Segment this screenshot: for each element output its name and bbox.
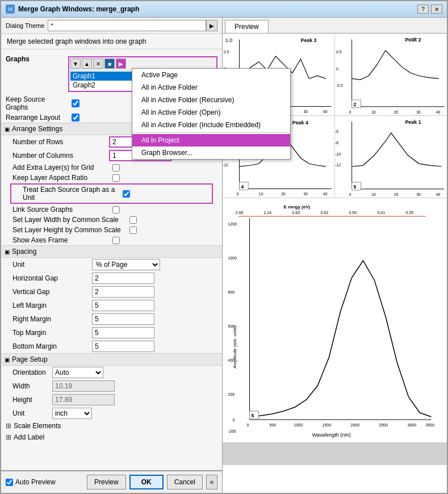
svg-text:30: 30 bbox=[303, 110, 308, 114]
dialog-theme-bar: Dialog Theme ▶ bbox=[1, 18, 222, 34]
spacing-header[interactable]: ▣ Spacing bbox=[1, 245, 222, 258]
svg-text:40: 40 bbox=[323, 110, 328, 114]
spacing-unit-label: Unit bbox=[12, 261, 92, 269]
add-extra-row: Add Extra Layer(s) for Grid bbox=[1, 162, 222, 173]
top-margin-input[interactable] bbox=[92, 327, 154, 338]
add-extra-checkbox[interactable] bbox=[112, 164, 120, 171]
ok-button[interactable]: OK bbox=[129, 475, 164, 489]
keep-source-graphs-label: Keep Source Graphs bbox=[6, 95, 68, 111]
set-width-row: Set Layer Width by Common Scale bbox=[1, 215, 222, 225]
svg-text:1.24: 1.24 bbox=[264, 211, 272, 215]
graphs-toolbar-color[interactable]: ■ bbox=[104, 58, 115, 69]
orientation-select[interactable]: Auto Portrait Landscape bbox=[52, 367, 103, 378]
right-margin-input[interactable] bbox=[92, 313, 154, 325]
width-label: Width bbox=[12, 382, 52, 390]
show-axes-checkbox[interactable] bbox=[112, 237, 120, 244]
width-input[interactable] bbox=[52, 380, 115, 392]
top-margin-label: Top Margin bbox=[12, 329, 92, 337]
dropdown-item-active-page[interactable]: Active Page bbox=[132, 69, 290, 81]
svg-text:1000: 1000 bbox=[294, 423, 303, 427]
keep-source-graphs-checkbox[interactable] bbox=[72, 99, 79, 107]
window-title: Merge Graph Windows: merge_graph bbox=[18, 5, 139, 13]
height-input[interactable] bbox=[52, 394, 115, 405]
bottom-margin-input[interactable] bbox=[92, 341, 154, 352]
dropdown-item-all-embedded[interactable]: All in Active Folder (Include Embedded) bbox=[132, 119, 290, 131]
dropdown-item-all-open[interactable]: All in Active Folder (Open) bbox=[132, 106, 290, 119]
collapse-button[interactable]: « bbox=[206, 475, 217, 489]
title-bar-controls: ? ✕ bbox=[417, 5, 442, 14]
dropdown-item-all-active-folder[interactable]: All in Active Folder bbox=[132, 81, 290, 94]
page-unit-select[interactable]: inch cm bbox=[52, 408, 92, 419]
scale-elements-label: Scale Elements bbox=[14, 422, 61, 430]
cancel-button[interactable]: Cancel bbox=[167, 475, 203, 489]
auto-preview-checkbox[interactable] bbox=[6, 479, 13, 486]
left-margin-input[interactable] bbox=[92, 300, 154, 311]
dialog-theme-arrow[interactable]: ▶ bbox=[206, 20, 217, 31]
svg-text:2000: 2000 bbox=[351, 423, 360, 427]
vert-gap-input[interactable] bbox=[92, 286, 154, 298]
preview-button[interactable]: Preview bbox=[87, 475, 126, 489]
spacing-expand-icon: ▣ bbox=[5, 249, 10, 255]
svg-text:1200: 1200 bbox=[228, 222, 237, 226]
height-label: Height bbox=[12, 396, 52, 404]
graphs-toolbar-down[interactable]: ▼ bbox=[70, 58, 81, 69]
add-label-row[interactable]: ⊞ Add Label bbox=[1, 432, 222, 443]
close-button[interactable]: ✕ bbox=[431, 5, 442, 14]
svg-text:1500: 1500 bbox=[323, 423, 332, 427]
page-unit-row: Unit inch cm bbox=[1, 407, 222, 420]
title-bar: M Merge Graph Windows: merge_graph ? ✕ bbox=[1, 1, 447, 18]
big-chart: E nergy (eV) 2.48 1.24 0.83 0.62 0.50 0.… bbox=[223, 198, 447, 442]
svg-text:1000: 1000 bbox=[228, 256, 237, 260]
svg-text:Amplitude (arb. units): Amplitude (arb. units) bbox=[232, 325, 237, 369]
link-source-checkbox[interactable] bbox=[112, 206, 120, 213]
svg-text:5: 5 bbox=[252, 413, 254, 418]
keep-aspect-checkbox[interactable] bbox=[112, 174, 120, 182]
svg-text:40: 40 bbox=[436, 192, 440, 196]
svg-text:——: —— bbox=[411, 36, 418, 40]
svg-text:Peak 4: Peak 4 bbox=[292, 120, 308, 125]
show-axes-label: Show Axes Frame bbox=[12, 236, 109, 244]
width-row: Width bbox=[1, 379, 222, 393]
scale-elements-icon: ⊞ bbox=[6, 422, 11, 430]
svg-text:0: 0 bbox=[349, 110, 351, 114]
show-axes-row: Show Axes Frame bbox=[1, 235, 222, 245]
svg-text:0: 0 bbox=[233, 418, 235, 422]
spacing-unit-select[interactable]: % of Page inch cm bbox=[92, 259, 160, 270]
svg-text:2: 2 bbox=[353, 102, 356, 107]
dropdown-item-all-project[interactable]: All in Project bbox=[132, 134, 290, 146]
svg-text:10: 10 bbox=[371, 192, 376, 196]
rearrange-layout-checkbox[interactable] bbox=[72, 114, 79, 122]
svg-text:0.35: 0.35 bbox=[406, 211, 414, 215]
svg-text:E nergy (eV): E nergy (eV) bbox=[284, 204, 311, 210]
help-button[interactable]: ? bbox=[417, 5, 429, 14]
bottom-margin-label: Bottom Margin bbox=[12, 342, 92, 350]
svg-text:3000: 3000 bbox=[408, 423, 417, 427]
svg-text:0.5: 0.5 bbox=[224, 50, 229, 54]
page-setup-header[interactable]: ▣ Page Setup bbox=[1, 353, 222, 366]
treat-each-checkbox[interactable] bbox=[123, 190, 130, 198]
preview-tab-bar: Preview bbox=[223, 18, 447, 34]
set-width-checkbox[interactable] bbox=[129, 216, 137, 224]
set-width-label: Set Layer Width by Common Scale bbox=[12, 216, 126, 224]
bottom-margin-row: Bottom Margin bbox=[1, 340, 222, 353]
graphs-toolbar-up[interactable]: ▲ bbox=[82, 58, 92, 69]
svg-text:30: 30 bbox=[416, 110, 421, 114]
add-extra-label: Add Extra Layer(s) for Grid bbox=[12, 164, 109, 171]
add-label-label: Add Label bbox=[14, 433, 44, 441]
link-source-row: Link Source Graphs bbox=[1, 204, 222, 215]
dropdown-item-graph-browser[interactable]: Graph Browser... bbox=[132, 146, 290, 159]
dialog-theme-input[interactable] bbox=[48, 20, 206, 31]
treat-each-row: Treat Each Source Graph as a Unit bbox=[10, 183, 213, 204]
dropdown-item-all-recursive[interactable]: All in Active Folder (Recursive) bbox=[132, 94, 290, 106]
set-height-checkbox[interactable] bbox=[129, 227, 137, 234]
preview-tab[interactable]: Preview bbox=[225, 20, 269, 33]
horiz-gap-input[interactable] bbox=[92, 273, 154, 284]
scale-elements-row[interactable]: ⊞ Scale Elements bbox=[1, 420, 222, 432]
svg-text:Peak 3: Peak 3 bbox=[301, 37, 317, 43]
svg-text:-12: -12 bbox=[335, 163, 341, 167]
graphs-toolbar-play[interactable]: ▶ bbox=[116, 58, 126, 69]
svg-text:30: 30 bbox=[416, 192, 421, 196]
svg-text:20: 20 bbox=[393, 192, 398, 196]
graphs-toolbar-delete[interactable]: ✕ bbox=[93, 58, 103, 69]
svg-text:30: 30 bbox=[303, 192, 308, 196]
